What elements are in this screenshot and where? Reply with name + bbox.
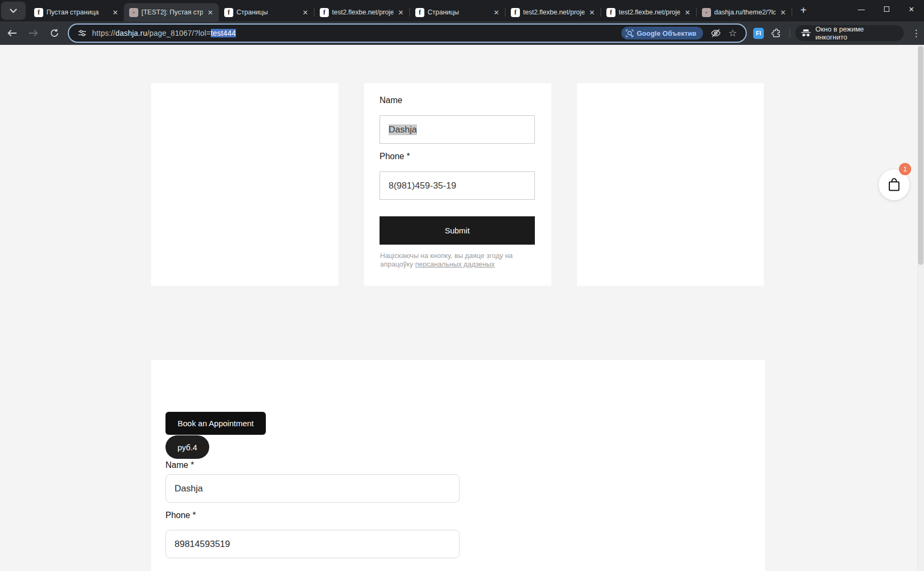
- flexbe-favicon-icon: f: [34, 8, 43, 17]
- flexbe-favicon-icon: f: [224, 8, 233, 17]
- scrollbar-thumb[interactable]: [918, 46, 923, 265]
- tab-close-icon[interactable]: ✕: [206, 8, 215, 17]
- star-icon: ☆: [729, 27, 737, 39]
- page-scrollbar[interactable]: [918, 45, 924, 571]
- name-label: Name *: [165, 460, 194, 470]
- phone-input-value: 8(981)459-35-19: [389, 181, 456, 191]
- preview-hidden-button[interactable]: [708, 26, 723, 41]
- reload-icon: [50, 29, 59, 37]
- reload-button[interactable]: [45, 24, 64, 42]
- tab-2-active[interactable]: w [TEST2]: Пустая стран ✕: [124, 3, 219, 21]
- tab-title: Страницы: [428, 9, 489, 16]
- toolbar-separator: [789, 28, 790, 38]
- puzzle-icon: [771, 28, 781, 38]
- phone-input[interactable]: [165, 530, 460, 558]
- tab-close-icon[interactable]: ✕: [111, 8, 120, 17]
- site-thumbnail-favicon-icon: w: [702, 8, 711, 17]
- bookmark-star-button[interactable]: ☆: [725, 26, 740, 41]
- tab-6[interactable]: f test2.flexbe.net/proje ✕: [506, 3, 601, 21]
- tab-1[interactable]: f Пустая страница ✕: [29, 3, 124, 21]
- url-selected-text: test444: [211, 29, 236, 37]
- url-text[interactable]: https://dashja.ru/page_81067/?lol=test44…: [92, 29, 621, 37]
- url-path: /page_81067/?lol=: [147, 29, 211, 37]
- tab-close-icon[interactable]: ✕: [588, 8, 596, 17]
- tab-search-button[interactable]: [1, 2, 26, 20]
- window-controls: — ✕: [849, 0, 924, 18]
- name-label: Name: [380, 96, 402, 105]
- tab-title: dashja.ru/theme2/?lol: [714, 9, 776, 16]
- google-lens-label: Google Объектив: [637, 29, 697, 37]
- maximize-icon: [884, 6, 889, 12]
- empty-card-left: [151, 83, 338, 286]
- tab-title: test2.flexbe.net/proje: [332, 9, 393, 16]
- booking-section: Book an Appointment руб.4 Name * Phone *: [151, 360, 765, 571]
- back-arrow-icon: [7, 29, 17, 37]
- name-input-value: Dashja: [389, 124, 417, 135]
- tab-close-icon[interactable]: ✕: [492, 8, 501, 17]
- site-settings-icon[interactable]: [75, 26, 89, 40]
- extensions-puzzle-button[interactable]: [768, 25, 784, 41]
- flexbe-favicon-icon: f: [320, 8, 329, 17]
- empty-card-right: [577, 83, 764, 286]
- submit-button[interactable]: Submit: [380, 216, 535, 245]
- tab-title: test2.flexbe.net/proje: [619, 9, 680, 16]
- maximize-button[interactable]: [874, 0, 899, 18]
- forward-button[interactable]: [25, 24, 43, 42]
- tab-4[interactable]: f test2.flexbe.net/proje ✕: [314, 3, 409, 21]
- consent-text: Націскаючы на кнопку, вы даяце згоду на …: [380, 252, 520, 269]
- new-tab-button[interactable]: +: [795, 2, 811, 18]
- price-pill: руб.4: [165, 435, 209, 459]
- name-input[interactable]: [165, 474, 460, 503]
- contact-form-card: Name Dashja Phone * 8(981)459-35-19 Subm…: [364, 83, 551, 286]
- tab-close-icon[interactable]: ✕: [397, 8, 405, 17]
- forward-arrow-icon: [28, 29, 38, 37]
- url-scheme: https://: [92, 29, 116, 37]
- browser-menu-button[interactable]: ⋮: [908, 25, 924, 41]
- tab-title: test2.flexbe.net/proje: [523, 9, 585, 16]
- tab-close-icon[interactable]: ✕: [301, 8, 310, 17]
- cart-count-badge: 1: [899, 163, 911, 175]
- google-lens-icon: [626, 29, 634, 37]
- incognito-icon: [801, 29, 811, 37]
- close-window-button[interactable]: ✕: [899, 0, 924, 18]
- phone-label: Phone *: [380, 152, 410, 161]
- page-viewport: Name Dashja Phone * 8(981)459-35-19 Subm…: [0, 45, 924, 571]
- back-button[interactable]: [3, 24, 21, 42]
- tab-separator: [792, 8, 792, 17]
- url-domain: dashja.ru: [115, 29, 147, 37]
- phone-label: Phone *: [165, 511, 196, 520]
- shopping-bag-icon: [887, 177, 901, 192]
- flexbe-favicon-icon: f: [415, 8, 424, 17]
- tab-close-icon[interactable]: ✕: [683, 8, 692, 17]
- tab-bar: f Пустая страница ✕ w [TEST2]: Пустая ст…: [0, 0, 924, 21]
- tab-title: Пустая страница: [46, 9, 108, 16]
- flexbe-favicon-icon: f: [511, 8, 520, 17]
- tab-title: [TEST2]: Пустая стран: [141, 9, 203, 16]
- tab-7[interactable]: f test2.flexbe.net/proje ✕: [601, 3, 696, 21]
- chevron-down-icon: [10, 9, 17, 13]
- address-bar[interactable]: https://dashja.ru/page_81067/?lol=test44…: [69, 25, 746, 42]
- incognito-label: Окно в режиме инкогнито: [816, 25, 897, 41]
- flexbe-favicon-icon: f: [606, 8, 615, 17]
- tab-3[interactable]: f Страницы ✕: [219, 3, 314, 21]
- eye-off-icon: [710, 28, 721, 38]
- tab-8[interactable]: w dashja.ru/theme2/?lol ✕: [697, 3, 792, 21]
- name-input[interactable]: Dashja: [380, 115, 535, 144]
- book-appointment-button[interactable]: Book an Appointment: [165, 412, 266, 435]
- site-thumbnail-favicon-icon: w: [129, 8, 138, 17]
- incognito-badge: Окно в режиме инкогнито: [795, 25, 904, 41]
- personal-data-link[interactable]: персанальных дадзеных: [415, 260, 495, 268]
- tab-5[interactable]: f Страницы ✕: [410, 3, 505, 21]
- tab-close-icon[interactable]: ✕: [779, 8, 787, 17]
- browser-toolbar: https://dashja.ru/page_81067/?lol=test44…: [0, 21, 924, 45]
- flexbe-extension-button[interactable]: FI: [753, 28, 764, 39]
- phone-input[interactable]: 8(981)459-35-19: [380, 171, 535, 200]
- minimize-button[interactable]: —: [849, 0, 874, 18]
- google-lens-button[interactable]: Google Объектив: [621, 27, 703, 40]
- tab-title: Страницы: [236, 9, 298, 16]
